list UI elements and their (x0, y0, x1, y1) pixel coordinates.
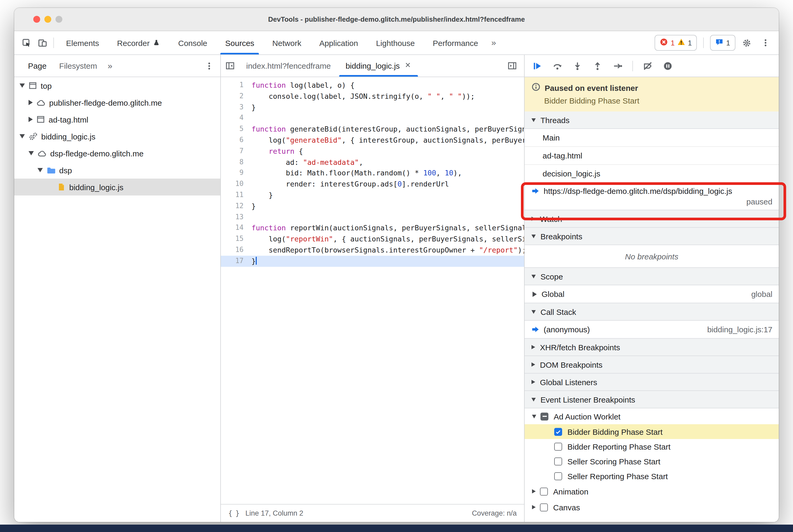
more-tabs-button[interactable] (503, 61, 521, 70)
listener-item-ad-auction-worklet[interactable]: Ad Auction Worklet (525, 408, 779, 424)
checkbox-unchecked[interactable] (554, 442, 562, 450)
code-line-16[interactable]: 16 sendReportTo(browserSignals.interestG… (221, 245, 524, 256)
tab-recorder[interactable]: Recorder (108, 31, 169, 54)
inspect-button[interactable] (18, 35, 34, 51)
editor-tab-bidding-logic-js[interactable]: bidding_logic.js (338, 55, 419, 77)
tree-item-dsp[interactable]: dsp (14, 162, 220, 178)
window-title: DevTools - publisher-fledge-demo.glitch.… (268, 15, 525, 23)
checkbox-checked[interactable] (554, 428, 562, 436)
code-line-15[interactable]: 15 log("reportWin", { auctionSignals, pe… (221, 233, 524, 245)
tree-item-bidding-logic-js[interactable]: bidding_logic.js (14, 128, 220, 145)
step-out-button[interactable] (589, 57, 606, 74)
code-line-13[interactable]: 13 (221, 212, 524, 223)
step-into-button[interactable] (569, 57, 586, 74)
checkbox-indeterminate[interactable] (541, 412, 548, 420)
code-line-6[interactable]: 6 log("generateBid", { interestGroup, au… (221, 135, 524, 146)
editor-tab-index-html-fencedframe[interactable]: index.html?fencedframe (239, 55, 338, 77)
tab-network[interactable]: Network (263, 31, 310, 54)
thread-item-https-dsp-fledge-demo-glitch-me-dsp-bidding-logic-js[interactable]: https://dsp-fledge-demo.glitch.me/dsp/bi… (525, 183, 779, 210)
resume-button[interactable] (529, 57, 546, 74)
code-line-9[interactable]: 9 bid: Math.floor(Math.random() * 100, 1… (221, 168, 524, 179)
section-header-event-listener-breakpoints[interactable]: Event Listener Breakpoints (525, 391, 779, 408)
code-line-11[interactable]: 11 } (221, 190, 524, 201)
code-line-3[interactable]: 3} (221, 102, 524, 113)
errors-warnings-button[interactable]: 1 1 (655, 35, 697, 51)
minimize-button[interactable] (44, 16, 51, 23)
scope-item-global[interactable]: Globalglobal (525, 285, 779, 303)
code-line-10[interactable]: 10 render: interestGroup.ads[0].renderUr… (221, 178, 524, 190)
settings-button[interactable] (739, 35, 754, 51)
listener-item-seller-scoring-phase-start[interactable]: Seller Scoring Phase Start (525, 454, 779, 469)
section-header-dom-breakpoints[interactable]: DOM Breakpoints (525, 356, 779, 374)
thread-url: https://dsp-fledge-demo.glitch.me/dsp/bi… (544, 187, 732, 195)
tab-performance[interactable]: Performance (424, 31, 487, 54)
divider (703, 38, 704, 48)
device-toolbar-button[interactable] (34, 35, 50, 51)
pretty-print-button[interactable]: { } (228, 509, 239, 517)
tree-item-bidding-logic-js[interactable]: bidding_logic.js (14, 178, 220, 195)
line-number: 2 (221, 91, 251, 102)
code-line-12[interactable]: 12} (221, 201, 524, 212)
tab-sources[interactable]: Sources (216, 31, 263, 54)
section-header-global-listeners[interactable]: Global Listeners (525, 373, 779, 391)
tree-item-publisher-fledge-demo-glitch-me[interactable]: publisher-fledge-demo.glitch.me (14, 94, 220, 111)
thread-item-decision-logic-js[interactable]: decision_logic.js (525, 165, 779, 183)
menu-button[interactable] (758, 35, 773, 51)
code-line-7[interactable]: 7 return { (221, 146, 524, 157)
code-line-2[interactable]: 2 console.log(label, JSON.stringify(o, "… (221, 91, 524, 102)
code-line-17[interactable]: 17} (221, 256, 524, 267)
listener-item-bidder-bidding-phase-start[interactable]: Bidder Bidding Phase Start (525, 424, 779, 439)
close-button[interactable] (33, 16, 40, 23)
tab-console[interactable]: Console (169, 31, 216, 54)
checkbox-unchecked[interactable] (540, 487, 548, 495)
listener-item-canvas[interactable]: Canvas (525, 499, 779, 515)
listener-item-animation[interactable]: Animation (525, 483, 779, 499)
tab-application[interactable]: Application (310, 31, 367, 54)
tab-page[interactable]: Page (22, 55, 53, 77)
issues-button[interactable]: 1 (710, 35, 735, 51)
deactivate-breakpoints-button[interactable] (639, 57, 656, 74)
thread-item-ad-tag-html[interactable]: ad-tag.html (525, 147, 779, 165)
code-editor[interactable]: 1function log(label, o) {2 console.log(l… (221, 77, 524, 504)
code-line-8[interactable]: 8 ad: "ad-metadata", (221, 157, 524, 168)
thread-item-main[interactable]: Main (525, 129, 779, 147)
listener-item-bidder-reporting-phase-start[interactable]: Bidder Reporting Phase Start (525, 439, 779, 454)
line-number: 3 (221, 102, 251, 113)
kebab-icon (761, 39, 770, 47)
zoom-button[interactable] (55, 16, 62, 23)
pause-on-exceptions-button[interactable] (659, 57, 676, 74)
tab-filesystem[interactable]: Filesystem (53, 55, 103, 77)
divider (53, 38, 54, 48)
navigator-toggle-button[interactable] (221, 55, 239, 77)
tree-item-dsp-fledge-demo-glitch-me[interactable]: dsp-fledge-demo.glitch.me (14, 145, 220, 162)
tab-label: Elements (66, 38, 99, 47)
stack-frame-anonymous[interactable]: (anonymous)bidding_logic.js:17 (525, 321, 779, 339)
tab-label: Page (28, 61, 46, 70)
navigator-menu-button[interactable] (201, 58, 217, 74)
checkbox-unchecked[interactable] (540, 503, 548, 511)
step-button[interactable] (609, 57, 626, 74)
tab-label: Recorder (117, 38, 150, 47)
step-over-button[interactable] (549, 57, 566, 74)
section-header-threads[interactable]: Threads (525, 112, 779, 129)
section-header-watch[interactable]: Watch (525, 210, 779, 228)
checkbox-unchecked[interactable] (554, 472, 562, 480)
more-panels-chevron-icon[interactable]: » (487, 38, 500, 48)
section-header-breakpoints[interactable]: Breakpoints (525, 227, 779, 245)
code-line-14[interactable]: 14function reportWin(auctionSignals, per… (221, 223, 524, 234)
section-header-call-stack[interactable]: Call Stack (525, 303, 779, 321)
tree-item-top[interactable]: top (14, 77, 220, 94)
more-tabs-chevron-icon[interactable]: » (103, 61, 116, 71)
section-header-scope[interactable]: Scope (525, 267, 779, 285)
close-icon[interactable] (404, 61, 411, 70)
editor-tabs-right (503, 55, 524, 77)
code-line-5[interactable]: 5function generateBid(interestGroup, auc… (221, 124, 524, 135)
code-line-1[interactable]: 1function log(label, o) { (221, 80, 524, 91)
code-line-4[interactable]: 4 (221, 113, 524, 124)
section-header-xhr-fetch-breakpoints[interactable]: XHR/fetch Breakpoints (525, 338, 779, 356)
tree-item-ad-tag-html[interactable]: ad-tag.html (14, 111, 220, 128)
checkbox-unchecked[interactable] (554, 457, 562, 465)
tab-lighthouse[interactable]: Lighthouse (367, 31, 424, 54)
tab-elements[interactable]: Elements (57, 31, 108, 54)
listener-item-seller-reporting-phase-start[interactable]: Seller Reporting Phase Start (525, 469, 779, 483)
